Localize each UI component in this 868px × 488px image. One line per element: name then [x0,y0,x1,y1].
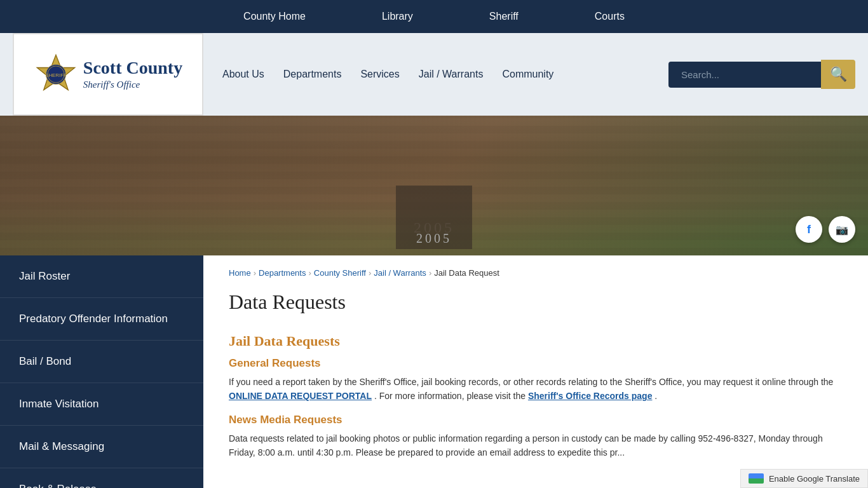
page-title: Data Requests [229,290,843,314]
sidebar: Jail Roster Predatory Offender Informati… [0,255,203,488]
sidebar-item-inmate-visitation[interactable]: Inmate Visitation [0,383,203,426]
breadcrumb-sep-3: › [369,268,371,278]
logo-text: Scott County Sheriff's Office [83,58,182,90]
search-area: 🔍 [668,60,855,89]
translate-bar[interactable]: Enable Google Translate [740,469,868,488]
breadcrumb-county-sheriff[interactable]: County Sheriff [314,268,366,278]
sidebar-item-jail-roster[interactable]: Jail Roster [0,255,203,298]
nav-community[interactable]: Community [502,69,553,80]
search-input[interactable] [668,62,821,88]
logo-area: SHERIFF Scott County Sheriff's Office [13,33,203,116]
instagram-icon[interactable]: 📷 [829,216,855,243]
breadcrumb-home[interactable]: Home [229,268,251,278]
breadcrumb-sep-4: › [429,268,431,278]
county-name: Scott County [83,58,182,78]
nav-services[interactable]: Services [360,69,399,80]
section-jail-data-requests-heading: Jail Data Requests [229,333,843,349]
sidebar-item-mail-messaging[interactable]: Mail & Messaging [0,426,203,468]
section-news-media-heading: News Media Requests [229,414,843,426]
section-general-requests-heading: General Requests [229,357,843,370]
breadcrumb-departments[interactable]: Departments [259,268,306,278]
social-icons: f 📷 [796,216,855,243]
main-nav: About Us Departments Services Jail / War… [203,69,668,80]
sheriffs-office-label: Sheriff's Office [83,79,182,90]
sheriff-star-icon: SHERIFF [34,52,78,97]
search-button[interactable]: 🔍 [821,60,855,89]
nav-jail-warrants[interactable]: Jail / Warrants [419,69,484,80]
translate-label: Enable Google Translate [769,474,860,484]
main-layout: Jail Roster Predatory Offender Informati… [0,255,868,488]
topbar-library[interactable]: Library [382,11,413,22]
search-icon: 🔍 [830,66,847,83]
general-requests-text: If you need a report taken by the Sherif… [229,375,843,403]
nav-departments[interactable]: Departments [283,69,342,80]
breadcrumb-sep-2: › [308,268,311,278]
sidebar-item-bail-bond[interactable]: Bail / Bond [0,341,203,383]
topbar-county-home[interactable]: County Home [243,11,306,22]
news-media-text: Data requests related to jail booking ph… [229,431,843,460]
topbar-sheriff[interactable]: Sheriff [489,11,519,22]
breadcrumb: Home › Departments › County Sheriff › Ja… [229,268,843,278]
svg-text:SHERIFF: SHERIFF [45,72,67,78]
hero-image: 2005 f 📷 [0,116,868,255]
topbar-courts[interactable]: Courts [595,11,625,22]
breadcrumb-current: Jail Data Request [434,268,499,278]
google-translate-icon [749,473,764,484]
breadcrumb-sep-1: › [254,268,256,278]
top-bar: County Home Library Sheriff Courts [0,0,868,33]
online-portal-link[interactable]: ONLINE DATA REQUEST PORTAL [229,391,372,401]
records-page-link[interactable]: Sheriff's Office Records page [528,391,653,401]
breadcrumb-jail-warrants[interactable]: Jail / Warrants [374,268,426,278]
sidebar-item-book-release[interactable]: Book & Release [0,468,203,488]
content-area: Home › Departments › County Sheriff › Ja… [203,255,868,488]
facebook-icon[interactable]: f [796,216,822,243]
nav-about-us[interactable]: About Us [222,69,264,80]
header: SHERIFF Scott County Sheriff's Office Ab… [0,33,868,116]
sidebar-item-predatory-offender[interactable]: Predatory Offender Information [0,298,203,341]
